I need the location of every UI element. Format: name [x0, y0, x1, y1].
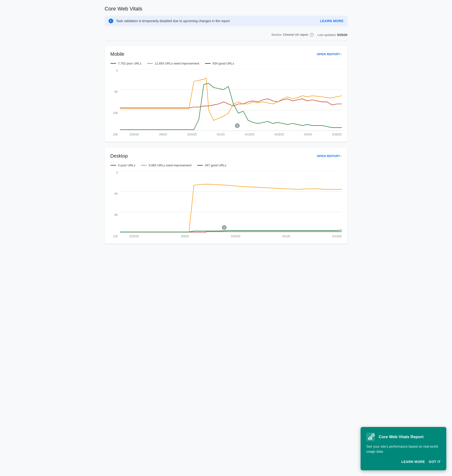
last-updated-value: 5/25/20: [337, 33, 347, 37]
mobile-annotation-1[interactable]: 1: [235, 123, 240, 128]
desktop-x-label-5: 4/13/20: [332, 235, 342, 238]
desktop-chart-svg: [120, 171, 342, 232]
source-value: Chrome UX report: [283, 33, 308, 36]
desktop-chart-area: 1: [120, 171, 342, 233]
desktop-card: Desktop OPEN REPORT › 0 poor URLs 9,985 …: [105, 148, 347, 244]
desktop-legend-needs-improvement: 9,985 URLs need improvement: [141, 164, 191, 167]
desktop-y-labels: 12K 8K 4K 0: [110, 171, 120, 238]
mobile-x-labels: 2/26/20 3/9/20 3/20/20 4/1/20 4/13/20 4/…: [120, 131, 342, 136]
mobile-card-header: Mobile OPEN REPORT ›: [110, 51, 342, 57]
desktop-annotation-1[interactable]: 1: [222, 225, 226, 230]
mobile-y-0: 0: [110, 69, 120, 72]
desktop-chart-wrapper: 12K 8K 4K 0 1: [110, 171, 342, 238]
desktop-x-label-3: 3/20/20: [231, 235, 240, 238]
mobile-y-15k: 15K: [110, 133, 120, 136]
mobile-x-label-1: 2/26/20: [129, 133, 139, 136]
page-title: Core Web Vitals: [105, 6, 347, 12]
mobile-x-label-6: 4/25/20: [274, 133, 284, 136]
desktop-x-label-2: 3/9/20: [181, 235, 189, 238]
mobile-open-report-label: OPEN REPORT: [317, 52, 340, 56]
mobile-x-label-8: 5/18/20: [332, 133, 342, 136]
mobile-legend-good: 934 good URLs: [205, 62, 234, 65]
mobile-x-label-4: 4/1/20: [217, 133, 225, 136]
mobile-y-10k: 10K: [110, 111, 120, 115]
desktop-open-report-label: OPEN REPORT: [317, 154, 340, 158]
good-legend-line: [205, 63, 211, 64]
source-help-icon[interactable]: ?: [310, 33, 314, 37]
poor-legend-line: [110, 63, 116, 64]
desktop-y-8k: 8K: [110, 213, 120, 217]
info-banner: i Task validation is temporarily disable…: [105, 16, 347, 26]
last-updated-label: Last updated:: [318, 33, 336, 37]
source-bar: Source: Chrome UX report ? Last updated:…: [105, 31, 347, 41]
mobile-open-report-link[interactable]: OPEN REPORT ›: [317, 52, 342, 56]
mobile-x-label-3: 3/20/20: [187, 133, 197, 136]
desktop-card-title: Desktop: [110, 153, 128, 159]
mobile-x-label-7: 5/6/20: [304, 133, 312, 136]
chevron-right-icon: ›: [341, 52, 342, 56]
desktop-x-label-4: 4/1/20: [282, 235, 290, 238]
mobile-poor-label: 7,762 poor URLs: [118, 62, 141, 65]
desktop-good-legend-line: [197, 165, 203, 166]
desktop-needs-improvement-legend-line: [141, 165, 147, 166]
desktop-legend-poor: 0 poor URLs: [110, 164, 135, 167]
mobile-y-5k: 5K: [110, 90, 120, 93]
mobile-y-labels: 15K 10K 5K 0: [110, 69, 120, 136]
divider: [105, 41, 347, 41]
mobile-card: Mobile OPEN REPORT › 7,762 poor URLs 11,…: [105, 46, 347, 142]
mobile-chart-wrapper: 15K 10K 5K 0 1: [110, 69, 342, 136]
mobile-legend: 7,762 poor URLs 11,693 URLs need improve…: [110, 62, 342, 65]
mobile-needs-improvement-label: 11,693 URLs need improvement: [155, 62, 199, 65]
desktop-needs-improvement-label: 9,985 URLs need improvement: [148, 164, 191, 167]
desktop-card-header: Desktop OPEN REPORT ›: [110, 153, 342, 159]
mobile-x-label-5: 4/13/20: [245, 133, 254, 136]
desktop-open-report-link[interactable]: OPEN REPORT ›: [317, 154, 342, 158]
info-icon: i: [108, 19, 113, 23]
desktop-x-labels: 2/26/20 3/9/20 3/20/20 4/1/20 4/13/20: [120, 233, 342, 238]
mobile-card-title: Mobile: [110, 51, 125, 57]
source-label: Source:: [271, 33, 282, 36]
needs-improvement-legend-line: [147, 63, 153, 64]
mobile-chart-svg: [120, 69, 342, 131]
mobile-chart-area: 1: [120, 69, 342, 131]
mobile-legend-poor: 7,762 poor URLs: [110, 62, 141, 65]
desktop-y-4k: 4K: [110, 192, 120, 195]
desktop-legend-good: 447 good URLs: [197, 164, 226, 167]
mobile-legend-needs-improvement: 11,693 URLs need improvement: [147, 62, 199, 65]
banner-text: Task validation is temporarily disabled …: [116, 19, 320, 23]
desktop-y-0: 0: [110, 171, 120, 174]
desktop-x-label-1: 2/26/20: [129, 235, 139, 238]
desktop-poor-legend-line: [110, 165, 116, 166]
desktop-poor-label: 0 poor URLs: [118, 164, 135, 167]
mobile-x-label-2: 3/9/20: [159, 133, 167, 136]
desktop-y-12k: 12K: [110, 235, 120, 238]
desktop-chevron-right-icon: ›: [341, 154, 342, 158]
mobile-good-label: 934 good URLs: [213, 62, 234, 65]
banner-learn-more-link[interactable]: LEARN MORE: [320, 19, 344, 23]
desktop-good-label: 447 good URLs: [205, 164, 226, 167]
desktop-legend: 0 poor URLs 9,985 URLs need improvement …: [110, 164, 342, 167]
